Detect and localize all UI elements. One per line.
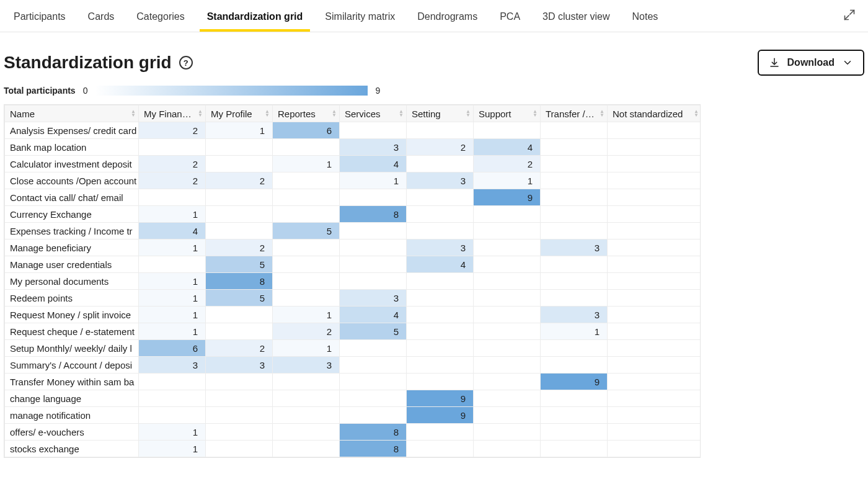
table-body: Analysis Expenses/ credit card216Bank ma…: [5, 122, 701, 457]
grid-cell: [608, 189, 701, 206]
grid-cell: 5: [206, 290, 273, 307]
grid-cell: [273, 256, 340, 273]
grid-cell: 1: [139, 290, 206, 307]
sort-icon[interactable]: ▲▼: [533, 110, 538, 117]
tab-cards[interactable]: Cards: [77, 1, 126, 31]
grid-cell: 5: [273, 223, 340, 240]
grid-cell: [206, 189, 273, 206]
grid-cell: [273, 374, 340, 390]
row-name-cell: Summary's / Account / deposi: [5, 357, 139, 374]
column-header[interactable]: Support▲▼: [474, 105, 541, 122]
grid-cell: [206, 206, 273, 223]
table-row: change language9: [5, 390, 701, 407]
grid-cell: [541, 206, 608, 223]
grid-cell: 3: [541, 307, 608, 323]
grid-cell: 5: [206, 256, 273, 273]
legend-min: 0: [83, 86, 88, 96]
grid-cell: [608, 424, 701, 441]
row-name-cell: Manage beneficiary: [5, 240, 139, 256]
grid-cell: 3: [206, 357, 273, 374]
sort-icon[interactable]: ▲▼: [399, 110, 404, 117]
grid-cell: [340, 273, 407, 290]
grid-cell: [273, 390, 340, 407]
table-row: Manage user credentials54: [5, 256, 701, 273]
grid-cell: 9: [407, 390, 474, 407]
sort-icon[interactable]: ▲▼: [694, 110, 699, 117]
row-name-cell: Request cheque / e-statement: [5, 323, 139, 340]
column-header[interactable]: My Finan…▲▼: [139, 105, 206, 122]
grid-cell: [608, 441, 701, 457]
grid-cell: [407, 206, 474, 223]
grid-cell: [206, 441, 273, 457]
grid-cell: [474, 441, 541, 457]
grid-cell: [139, 256, 206, 273]
sort-icon[interactable]: ▲▼: [332, 110, 337, 117]
table-row: Summary's / Account / deposi333: [5, 357, 701, 374]
column-header[interactable]: Setting▲▼: [407, 105, 474, 122]
grid-container: Name▲▼My Finan…▲▼My Profile▲▼Reportes▲▼S…: [4, 104, 701, 458]
grid-cell: 6: [273, 122, 340, 139]
grid-cell: [541, 390, 608, 407]
grid-cell: 2: [273, 323, 340, 340]
grid-cell: 9: [407, 407, 474, 424]
tab-categories[interactable]: Categories: [125, 1, 195, 31]
tab-participants[interactable]: Participants: [2, 1, 77, 31]
sort-icon[interactable]: ▲▼: [600, 110, 604, 117]
grid-cell: [206, 323, 273, 340]
page-header: Standardization grid ? Download: [0, 32, 868, 82]
tab-dendrograms[interactable]: Dendrograms: [406, 1, 489, 31]
grid-cell: 1: [206, 122, 273, 139]
grid-cell: [273, 424, 340, 441]
grid-cell: [273, 290, 340, 307]
column-header[interactable]: Reportes▲▼: [273, 105, 340, 122]
legend-label: Total participants: [4, 86, 76, 96]
help-icon[interactable]: ?: [179, 56, 193, 69]
table-row: Manage beneficiary1233: [5, 240, 701, 256]
grid-cell: [608, 206, 701, 223]
grid-cell: [273, 172, 340, 189]
grid-cell: [407, 340, 474, 357]
table-row: Calculator investment deposit2142: [5, 156, 701, 172]
grid-cell: [206, 307, 273, 323]
grid-cell: 1: [474, 172, 541, 189]
tab-similarity-matrix[interactable]: Similarity matrix: [314, 1, 406, 31]
tab-3d-cluster-view[interactable]: 3D cluster view: [531, 1, 621, 31]
tab-notes[interactable]: Notes: [621, 1, 670, 31]
sort-icon[interactable]: ▲▼: [265, 110, 270, 117]
grid-cell: [340, 374, 407, 390]
grid-cell: [340, 407, 407, 424]
grid-cell: [608, 172, 701, 189]
grid-cell: 9: [541, 374, 608, 390]
grid-cell: [273, 139, 340, 156]
expand-icon[interactable]: [833, 0, 866, 32]
grid-cell: [407, 156, 474, 172]
tab-standardization-grid[interactable]: Standardization grid: [196, 1, 314, 31]
grid-cell: [474, 307, 541, 323]
grid-cell: [541, 340, 608, 357]
download-button[interactable]: Download: [758, 50, 864, 76]
grid-cell: 4: [474, 139, 541, 156]
column-header[interactable]: Services▲▼: [340, 105, 407, 122]
grid-cell: 1: [273, 156, 340, 172]
tab-pca[interactable]: PCA: [489, 1, 531, 31]
grid-cell: [407, 273, 474, 290]
grid-cell: [541, 139, 608, 156]
grid-cell: 1: [139, 323, 206, 340]
grid-cell: 3: [340, 139, 407, 156]
column-header[interactable]: Not standardized▲▼: [608, 105, 701, 122]
column-header[interactable]: Name▲▼: [5, 105, 139, 122]
sort-icon[interactable]: ▲▼: [466, 110, 471, 117]
sort-icon[interactable]: ▲▼: [131, 110, 136, 117]
grid-cell: 1: [139, 240, 206, 256]
grid-cell: [206, 407, 273, 424]
grid-cell: 2: [139, 156, 206, 172]
grid-cell: [273, 206, 340, 223]
column-header[interactable]: Transfer /…▲▼: [541, 105, 608, 122]
grid-cell: [407, 307, 474, 323]
sort-icon[interactable]: ▲▼: [198, 110, 203, 117]
grid-cell: [407, 189, 474, 206]
grid-cell: [474, 206, 541, 223]
grid-cell: [541, 441, 608, 457]
column-header[interactable]: My Profile▲▼: [206, 105, 273, 122]
grid-cell: [273, 407, 340, 424]
